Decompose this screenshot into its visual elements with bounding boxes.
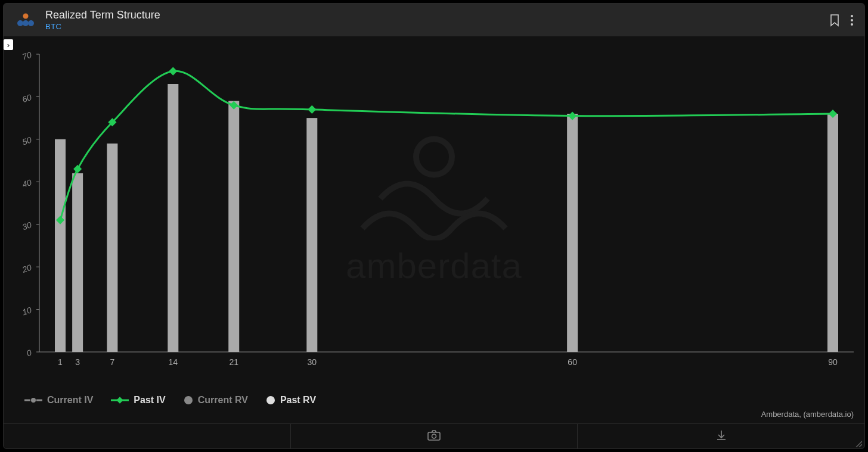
screenshot-button[interactable] [291, 424, 578, 448]
svg-point-26 [432, 434, 436, 438]
panel-header: Realized Term Structure BTC [4, 4, 864, 36]
line-diamond-icon [111, 397, 129, 404]
svg-point-1 [17, 20, 23, 26]
legend-label: Past RV [280, 395, 316, 406]
marker-past-iv[interactable] [169, 67, 177, 76]
y-tick-label: 70 [21, 50, 33, 62]
chart-panel: Realized Term Structure BTC › [3, 3, 865, 449]
y-tick-label: 0 [26, 348, 33, 359]
x-tick-label: 1 [58, 357, 63, 367]
attribution-text: Amberdata, (amberdata.io) [761, 410, 854, 419]
svg-rect-25 [428, 432, 440, 440]
x-tick-label: 14 [169, 357, 178, 367]
circle-icon [184, 395, 193, 405]
x-tick-label: 21 [229, 357, 238, 367]
chart-area: amberdata 0102030405060701371421306090 [4, 36, 864, 370]
svg-point-4 [851, 15, 853, 17]
bar-past-rv[interactable] [567, 114, 578, 352]
svg-point-19 [31, 398, 36, 403]
bar-past-rv[interactable] [107, 144, 117, 352]
bar-past-rv[interactable] [55, 139, 66, 352]
brand-logo-icon [14, 12, 37, 29]
svg-point-3 [28, 20, 34, 26]
legend-label: Current RV [198, 395, 248, 406]
y-tick-label: 60 [21, 92, 33, 104]
line-dashed-icon [24, 397, 42, 404]
resize-handle-icon[interactable] [855, 439, 862, 446]
circle-icon [266, 395, 275, 405]
svg-point-6 [851, 23, 853, 26]
y-tick-label: 30 [21, 220, 33, 232]
x-tick-label: 7 [110, 357, 114, 367]
y-tick-label: 20 [20, 263, 33, 275]
download-icon [715, 429, 727, 444]
y-tick-label: 10 [21, 305, 33, 317]
bar-past-rv[interactable] [228, 101, 239, 352]
more-menu-icon[interactable] [850, 14, 854, 26]
legend-label: Current IV [47, 395, 93, 406]
marker-past-iv[interactable] [73, 165, 82, 173]
footer-cell-empty[interactable] [4, 424, 291, 448]
svg-point-23 [184, 396, 193, 404]
camera-icon [427, 430, 441, 443]
svg-point-2 [23, 20, 29, 26]
y-tick-label: 40 [21, 177, 33, 189]
legend-item-past-iv[interactable]: Past IV [111, 395, 165, 406]
svg-point-0 [23, 13, 29, 18]
bar-past-rv[interactable] [306, 118, 317, 352]
svg-point-5 [851, 19, 853, 21]
svg-point-24 [266, 396, 275, 404]
marker-past-iv[interactable] [308, 105, 316, 114]
bar-past-rv[interactable] [168, 84, 178, 352]
x-tick-label: 3 [75, 357, 80, 367]
x-tick-label: 60 [568, 357, 577, 367]
panel-footer [4, 423, 864, 448]
bar-past-rv[interactable] [827, 114, 838, 352]
legend-item-current-rv[interactable]: Current RV [184, 395, 248, 406]
bookmark-icon[interactable] [829, 14, 841, 27]
legend-item-current-iv[interactable]: Current IV [24, 395, 93, 406]
x-tick-label: 30 [308, 357, 317, 367]
panel-subtitle: BTC [45, 22, 160, 32]
chart-legend: Current IV Past IV Current RV Past RV [24, 395, 316, 406]
svg-rect-22 [117, 397, 123, 403]
y-tick-label: 50 [21, 135, 33, 146]
panel-title: Realized Term Structure [45, 9, 160, 22]
download-button[interactable] [578, 424, 864, 448]
bar-past-rv[interactable] [72, 173, 83, 352]
chart-svg: 0102030405060701371421306090 [4, 36, 865, 370]
legend-item-past-rv[interactable]: Past RV [266, 395, 316, 406]
legend-label: Past IV [134, 395, 165, 406]
x-tick-label: 90 [828, 357, 838, 367]
